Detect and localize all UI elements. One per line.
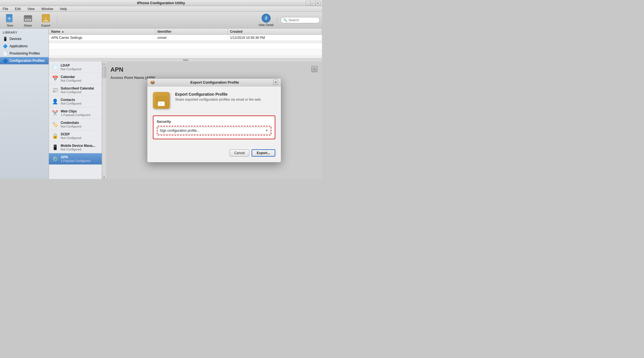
new-icon: + — [5, 13, 15, 23]
security-select-arrow: ▼ — [266, 129, 268, 132]
menu-view[interactable]: View — [26, 6, 36, 11]
toolbar-separator-2 — [277, 13, 277, 27]
table-scrollbar[interactable] — [49, 58, 322, 62]
new-button[interactable]: + New — [2, 12, 18, 28]
box-arrow: ↑ — [158, 102, 165, 106]
profile-item-contacts[interactable]: 👤 Contacts Not Configured — [49, 96, 102, 107]
apn-text: APN 1 Payload Configured — [61, 155, 90, 162]
sort-arrow: ▲ — [61, 30, 64, 33]
svg-point-7 — [29, 19, 31, 21]
apn-name: APN — [61, 155, 90, 159]
close-button[interactable]: ✕ — [316, 1, 320, 5]
scroll-up-button[interactable]: ▲ — [102, 62, 106, 65]
content-area: Name ▲ Identifier Created APN Carrier Se… — [49, 29, 322, 179]
calendar-status: Not Configured — [61, 79, 81, 82]
sidebar-label-configuration: Configuration Profiles — [10, 59, 45, 63]
share-button[interactable]: Share — [20, 12, 36, 28]
scep-icon: 🔒 — [51, 132, 59, 140]
export-dialog: 📦 Export Configuration Profile ✕ — [147, 78, 281, 162]
security-select-row[interactable]: Sign configuration profile... ▼ — [158, 127, 270, 134]
col-created[interactable]: Created — [228, 29, 322, 34]
provisioning-icon: 📄 — [2, 51, 8, 56]
dialog-header-desc: Share exported configuration profiles vi… — [175, 98, 262, 102]
menu-bar: File Edit View Window Help — [0, 6, 322, 12]
menu-help[interactable]: Help — [58, 6, 69, 11]
hide-detail-button[interactable]: i Hide Detail — [259, 14, 274, 27]
sidebar: LIBRARY 📱 Devices 🔷 Applications 📄 Provi… — [0, 29, 49, 179]
credentials-name: Credentials — [61, 121, 81, 125]
search-input[interactable] — [288, 18, 317, 22]
share-icon — [23, 13, 33, 23]
dialog-close-button[interactable]: ✕ — [273, 80, 278, 85]
devices-icon: 📱 — [2, 36, 8, 42]
profile-item-subscribed-calendar[interactable]: 📰 Subscribed Calendar Not Configured — [49, 84, 102, 96]
minimize-button[interactable]: ─ — [306, 1, 310, 5]
dialog-body: ↑ Export Configuration Profile Share exp… — [147, 86, 281, 149]
dialog-title: Export Configuration Profile — [190, 80, 239, 84]
export-dialog-icon: ↑ — [153, 92, 171, 110]
web-clips-name: Web Clips — [61, 109, 90, 113]
main-layout: LIBRARY 📱 Devices 🔷 Applications 📄 Provi… — [0, 29, 322, 179]
profile-item-apn[interactable]: ⚙️ APN 1 Payload Configured — [49, 153, 102, 165]
menu-file[interactable]: File — [1, 6, 10, 11]
dialog-overlay: 📦 Export Configuration Profile ✕ — [106, 62, 322, 179]
scroll-thumb-v — [103, 67, 106, 78]
profile-item-credentials[interactable]: 🏷️ Credentials Not Configured — [49, 119, 102, 130]
cancel-button[interactable]: Cancel — [229, 149, 249, 157]
sidebar-item-configuration-profiles[interactable]: 🔵 Configuration Profiles — [0, 57, 49, 64]
subscribed-calendar-status: Not Configured — [61, 90, 94, 94]
toolbar: + New Share ↑ Export i — [0, 12, 322, 29]
dialog-header-title: Export Configuration Profile — [175, 92, 262, 96]
profile-sidebar-scrollbar[interactable]: ▲ ▼ — [102, 62, 106, 179]
restore-button[interactable]: □ — [311, 1, 315, 5]
dialog-buttons: Cancel Export... — [147, 149, 281, 162]
profile-item-web-clips[interactable]: ✂️ Web Clips 1 Payload Configured — [49, 107, 102, 119]
calendar-text: Calendar Not Configured — [61, 75, 81, 82]
profile-detail: APN Access Point Name (APN) − 📦 Export C… — [106, 62, 322, 179]
web-clips-icon: ✂️ — [51, 109, 59, 117]
dialog-header: ↑ Export Configuration Profile Share exp… — [153, 92, 275, 110]
toolbar-right: i Hide Detail 🔍 — [259, 13, 320, 27]
lower-panel: ✉️ LDAP Not Configured 📅 Calendar Not Co… — [49, 62, 322, 179]
menu-window[interactable]: Window — [40, 6, 55, 11]
table-empty-row-2 — [49, 43, 322, 49]
web-clips-text: Web Clips 1 Payload Configured — [61, 109, 90, 117]
export-box-inner: ↑ — [153, 92, 170, 109]
profile-sidebar: ✉️ LDAP Not Configured 📅 Calendar Not Co… — [49, 62, 102, 179]
profile-item-scep[interactable]: 🔒 SCEP Not Configured — [49, 130, 102, 142]
hide-detail-label: Hide Detail — [259, 23, 274, 27]
credentials-text: Credentials Not Configured — [61, 121, 81, 128]
dialog-titlebar: 📦 Export Configuration Profile ✕ — [147, 79, 281, 86]
col-identifier[interactable]: Identifier — [155, 29, 228, 34]
menu-edit[interactable]: Edit — [13, 6, 22, 11]
table-area: APN Carrier Settings cmnet 1/12/2019 10:… — [49, 35, 322, 62]
scroll-down-button[interactable]: ▼ — [102, 175, 106, 179]
col-created-label: Created — [230, 30, 243, 34]
security-section: Security Sign configuration profile... ▼ — [153, 116, 275, 139]
sidebar-item-applications[interactable]: 🔷 Applications — [0, 43, 49, 50]
apn-icon: ⚙️ — [51, 155, 59, 163]
subscribed-calendar-name: Subscribed Calendar — [61, 86, 94, 90]
td-identifier: cmnet — [155, 35, 228, 41]
export-confirm-button[interactable]: Export... — [252, 149, 275, 157]
security-select-text: Sign configuration profile... — [160, 129, 266, 133]
sidebar-item-devices[interactable]: 📱 Devices — [0, 35, 49, 43]
table-header: Name ▲ Identifier Created — [49, 29, 322, 35]
box-lid — [155, 93, 167, 96]
scroll-thumb — [183, 59, 188, 61]
profile-item-mdm[interactable]: 📱 Mobile Device Mana... Not Configured — [49, 142, 102, 153]
ldap-status: Not Configured — [61, 67, 81, 71]
ldap-name: LDAP — [61, 63, 81, 67]
profile-item-ldap[interactable]: ✉️ LDAP Not Configured — [49, 62, 102, 73]
security-label: Security — [157, 119, 271, 124]
col-identifier-label: Identifier — [157, 30, 172, 34]
subscribed-calendar-icon: 📰 — [51, 86, 59, 94]
mdm-text: Mobile Device Mana... Not Configured — [61, 144, 95, 151]
profile-item-calendar[interactable]: 📅 Calendar Not Configured — [49, 73, 102, 84]
export-button[interactable]: ↑ Export — [38, 12, 54, 28]
sidebar-item-provisioning-profiles[interactable]: 📄 Provisioning Profiles — [0, 50, 49, 57]
search-box[interactable]: 🔍 — [281, 17, 320, 23]
table-row[interactable]: APN Carrier Settings cmnet 1/12/2019 10:… — [49, 35, 322, 41]
calendar-name: Calendar — [61, 75, 81, 79]
col-name[interactable]: Name ▲ — [49, 29, 155, 34]
